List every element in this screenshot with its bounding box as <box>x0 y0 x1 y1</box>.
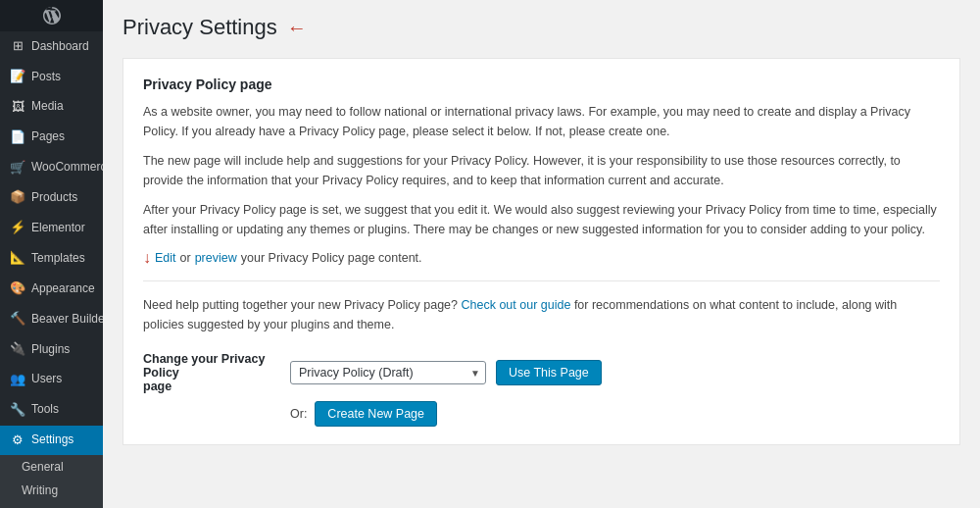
edit-preview-line: ↓ Edit or preview your Privacy Policy pa… <box>143 249 940 267</box>
change-policy-label: Change your Privacy Policypage <box>143 352 280 393</box>
or-row: Or: Create New Page <box>143 401 940 427</box>
sidebar-item-products[interactable]: 📦 Products <box>0 182 103 213</box>
appearance-icon: 🎨 <box>10 280 25 297</box>
help-text-prefix: Need help putting together your new Priv… <box>143 298 458 312</box>
users-icon: 👥 <box>10 372 25 388</box>
or-text-inline: or <box>180 251 191 265</box>
nav-label-posts: Posts <box>31 70 61 85</box>
sidebar: ⊞ Dashboard 📝 Posts 🖼 Media 📄 Pages 🛒 Wo… <box>0 0 103 508</box>
sidebar-item-users[interactable]: 👥 Users <box>0 365 103 395</box>
sidebar-item-beaver-builder[interactable]: 🔨 Beaver Builder <box>0 304 103 334</box>
nav-label-dashboard: Dashboard <box>31 39 89 55</box>
create-new-page-button[interactable]: Create New Page <box>315 401 437 427</box>
pages-icon: 📄 <box>10 129 25 146</box>
nav-label-plugins: Plugins <box>31 342 70 358</box>
sidebar-item-elementor[interactable]: ⚡ Elementor <box>0 213 103 243</box>
select-wrapper: Privacy Policy (Draft) ▼ <box>290 361 486 384</box>
use-this-page-button[interactable]: Use This Page <box>496 360 602 385</box>
nav-label-beaver-builder: Beaver Builder <box>31 312 103 328</box>
divider <box>143 280 940 281</box>
woocommerce-icon: 🛒 <box>10 160 25 177</box>
tools-icon: 🔧 <box>10 402 25 419</box>
wp-logo[interactable] <box>0 0 103 31</box>
help-text: Need help putting together your new Priv… <box>143 295 940 334</box>
policy-page-select[interactable]: Privacy Policy (Draft) <box>290 361 486 384</box>
main-content: Privacy Settings ← Privacy Policy page A… <box>103 0 980 508</box>
sidebar-item-dashboard[interactable]: ⊞ Dashboard <box>0 31 103 62</box>
sidebar-item-tools[interactable]: 🔧 Tools <box>0 395 103 426</box>
nav-label-elementor: Elementor <box>31 221 85 236</box>
beaver-builder-icon: 🔨 <box>10 311 25 328</box>
sidebar-item-appearance[interactable]: 🎨 Appearance <box>0 274 103 304</box>
desc1: As a website owner, you may need to foll… <box>143 102 940 141</box>
or-label: Or: <box>290 407 307 421</box>
preview-link[interactable]: preview <box>195 251 237 265</box>
posts-icon: 📝 <box>10 69 25 85</box>
content-box: Privacy Policy page As a website owner, … <box>122 58 960 445</box>
dashboard-icon: ⊞ <box>10 38 25 55</box>
elementor-icon: ⚡ <box>10 220 25 236</box>
sub-nav-general[interactable]: General <box>0 455 103 479</box>
desc3: After your Privacy Policy page is set, w… <box>143 200 940 239</box>
nav-label-tools: Tools <box>31 402 59 418</box>
sidebar-item-plugins[interactable]: 🔌 Plugins <box>0 334 103 365</box>
sidebar-item-pages[interactable]: 📄 Pages <box>0 123 103 153</box>
edit-suffix: your Privacy Policy page content. <box>241 251 422 265</box>
templates-icon: 📐 <box>10 250 25 267</box>
sidebar-item-settings[interactable]: ⚙ Settings <box>0 426 103 456</box>
nav-label-users: Users <box>31 372 62 387</box>
nav-items: ⊞ Dashboard 📝 Posts 🖼 Media 📄 Pages 🛒 Wo… <box>0 31 103 508</box>
sidebar-item-media[interactable]: 🖼 Media <box>0 92 103 123</box>
content-area: Privacy Settings ← Privacy Policy page A… <box>103 0 980 465</box>
sidebar-item-woocommerce[interactable]: 🛒 WooCommerce <box>0 153 103 183</box>
desc2: The new page will include help and sugge… <box>143 151 940 190</box>
page-title-row: Privacy Settings ← <box>122 15 960 40</box>
section-title: Privacy Policy page <box>143 76 940 92</box>
edit-arrow-indicator: ↓ <box>143 249 151 267</box>
nav-label-media: Media <box>31 99 64 115</box>
sidebar-item-templates[interactable]: 📐 Templates <box>0 243 103 274</box>
nav-label-templates: Templates <box>31 251 85 267</box>
sub-nav-reading[interactable]: Reading <box>0 502 103 508</box>
title-arrow-indicator: ← <box>287 18 307 37</box>
settings-icon: ⚙ <box>10 432 25 449</box>
settings-submenu: General Writing Reading Discussion Media… <box>0 455 103 508</box>
nav-label-pages: Pages <box>31 129 65 145</box>
media-icon: 🖼 <box>10 99 25 116</box>
nav-label-products: Products <box>31 190 77 206</box>
nav-label-settings: Settings <box>31 432 74 448</box>
sub-nav-writing[interactable]: Writing <box>0 479 103 502</box>
page-title: Privacy Settings <box>122 15 277 40</box>
plugins-icon: 🔌 <box>10 341 25 358</box>
sidebar-item-posts[interactable]: 📝 Posts <box>0 62 103 92</box>
nav-label-woocommerce: WooCommerce <box>31 160 103 176</box>
nav-label-appearance: Appearance <box>31 281 95 297</box>
edit-link[interactable]: Edit <box>155 251 176 265</box>
change-policy-row: Change your Privacy Policypage Privacy P… <box>143 352 940 393</box>
guide-link[interactable]: Check out our guide <box>462 298 571 312</box>
products-icon: 📦 <box>10 189 25 206</box>
